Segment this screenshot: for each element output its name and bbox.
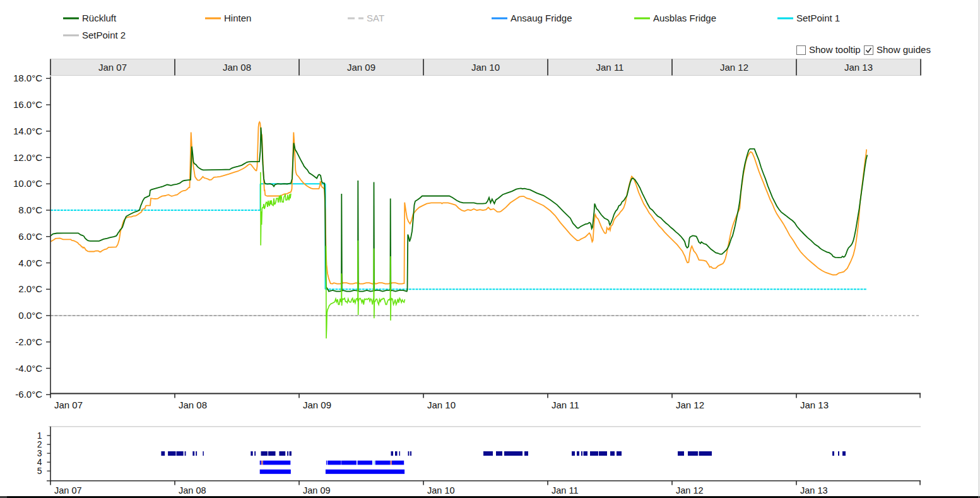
svg-text:Hinten: Hinten xyxy=(224,13,251,23)
svg-text:Jan 08: Jan 08 xyxy=(179,400,207,410)
svg-text:Jan 13: Jan 13 xyxy=(800,485,828,495)
svg-text:Jan 10: Jan 10 xyxy=(471,62,500,73)
svg-text:SetPoint 2: SetPoint 2 xyxy=(82,30,126,40)
svg-text:Jan 09: Jan 09 xyxy=(347,62,375,73)
svg-text:Jan 09: Jan 09 xyxy=(303,400,331,410)
svg-text:Jan 10: Jan 10 xyxy=(427,400,456,410)
svg-text:Jan 13: Jan 13 xyxy=(800,400,829,410)
svg-text:Show guides: Show guides xyxy=(877,44,931,55)
svg-text:Jan 07: Jan 07 xyxy=(98,62,127,73)
svg-text:5: 5 xyxy=(37,466,42,476)
svg-text:Ansaug Fridge: Ansaug Fridge xyxy=(511,13,572,23)
svg-text:SetPoint 1: SetPoint 1 xyxy=(796,13,840,23)
svg-text:Jan 07: Jan 07 xyxy=(54,485,82,495)
svg-text:Jan 10: Jan 10 xyxy=(427,485,455,495)
svg-text:Ausblas Fridge: Ausblas Fridge xyxy=(653,13,716,23)
svg-text:Jan 12: Jan 12 xyxy=(720,62,748,73)
svg-text:Jan 12: Jan 12 xyxy=(676,400,704,410)
svg-text:-4.0°C: -4.0°C xyxy=(15,363,42,374)
svg-text:Jan 11: Jan 11 xyxy=(596,62,624,73)
svg-text:10.0°C: 10.0°C xyxy=(13,178,42,189)
svg-text:6.0°C: 6.0°C xyxy=(18,231,42,242)
svg-text:Show tooltip: Show tooltip xyxy=(809,44,861,55)
svg-text:Jan 11: Jan 11 xyxy=(552,485,578,495)
svg-text:-2.0°C: -2.0°C xyxy=(15,336,42,347)
svg-text:8.0°C: 8.0°C xyxy=(18,205,42,215)
svg-text:Rückluft: Rückluft xyxy=(82,13,117,23)
svg-text:4.0°C: 4.0°C xyxy=(18,258,42,268)
svg-text:0.0°C: 0.0°C xyxy=(18,310,42,321)
svg-text:16.0°C: 16.0°C xyxy=(13,99,42,110)
svg-text:18.0°C: 18.0°C xyxy=(13,73,42,83)
svg-text:Jan 13: Jan 13 xyxy=(844,62,873,73)
svg-text:Jan 11: Jan 11 xyxy=(552,400,579,410)
svg-text:Jan 08: Jan 08 xyxy=(223,62,251,73)
svg-text:Jan 09: Jan 09 xyxy=(303,485,331,495)
svg-text:14.0°C: 14.0°C xyxy=(13,126,42,136)
svg-text:Jan 07: Jan 07 xyxy=(54,400,83,410)
svg-text:Jan 12: Jan 12 xyxy=(676,485,704,495)
svg-text:-6.0°C: -6.0°C xyxy=(15,389,42,400)
svg-text:Jan 08: Jan 08 xyxy=(179,485,206,495)
svg-text:2.0°C: 2.0°C xyxy=(18,283,42,294)
svg-text:12.0°C: 12.0°C xyxy=(13,152,42,163)
svg-text:SAT: SAT xyxy=(367,13,384,23)
